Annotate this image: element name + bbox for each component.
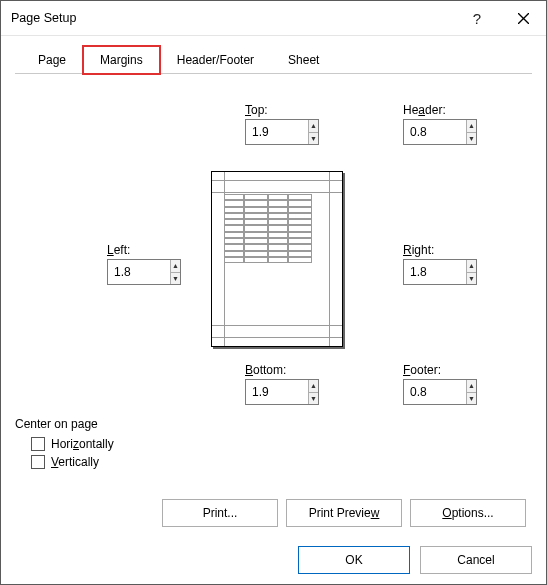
center-title: Center on page xyxy=(15,417,532,431)
tabstrip: Page Margins Header/Footer Sheet xyxy=(15,46,532,74)
guide-line xyxy=(212,192,342,193)
spinner-buttons: ▲ ▼ xyxy=(308,120,318,144)
tab-button-row: Print... Print Preview Options... xyxy=(162,499,526,527)
checkbox-icon xyxy=(31,455,45,469)
spin-down-icon[interactable]: ▼ xyxy=(467,272,476,285)
spin-down-icon[interactable]: ▼ xyxy=(467,132,476,145)
print-preview-button[interactable]: Print Preview xyxy=(286,499,402,527)
help-button[interactable]: ? xyxy=(454,1,500,35)
margin-footer-spinner[interactable]: ▲ ▼ xyxy=(403,379,477,405)
margin-top-input[interactable] xyxy=(246,120,308,144)
tab-header-footer[interactable]: Header/Footer xyxy=(160,46,271,74)
options-button-label: Options... xyxy=(442,506,493,520)
spinner-buttons: ▲ ▼ xyxy=(308,380,318,404)
close-button[interactable] xyxy=(500,1,546,35)
margin-left-spinner[interactable]: ▲ ▼ xyxy=(107,259,181,285)
titlebar: Page Setup ? xyxy=(1,1,546,36)
margin-footer-field: Footer: ▲ ▼ xyxy=(403,363,499,405)
spin-down-icon[interactable]: ▼ xyxy=(171,272,180,285)
margin-bottom-label: Bottom: xyxy=(245,363,341,377)
spinner-buttons: ▲ ▼ xyxy=(170,260,180,284)
checkbox-vertically-label: Vertically xyxy=(51,455,99,469)
margin-left-label: Left: xyxy=(107,243,203,257)
spin-up-icon[interactable]: ▲ xyxy=(171,260,180,272)
page-preview xyxy=(211,171,343,347)
window-title: Page Setup xyxy=(11,11,454,25)
margin-top-field: Top: ▲ ▼ xyxy=(245,103,341,145)
close-icon xyxy=(518,13,529,24)
spinner-buttons: ▲ ▼ xyxy=(466,120,476,144)
print-button[interactable]: Print... xyxy=(162,499,278,527)
help-icon: ? xyxy=(473,10,481,27)
dialog-footer: OK Cancel xyxy=(1,536,546,584)
margin-right-label: Right: xyxy=(403,243,499,257)
margin-header-label: Header: xyxy=(403,103,499,117)
checkbox-vertically[interactable]: Vertically xyxy=(31,455,532,469)
margin-bottom-spinner[interactable]: ▲ ▼ xyxy=(245,379,319,405)
margin-bottom-input[interactable] xyxy=(246,380,308,404)
margin-header-field: Header: ▲ ▼ xyxy=(403,103,499,145)
tab-sheet[interactable]: Sheet xyxy=(271,46,336,74)
spin-down-icon[interactable]: ▼ xyxy=(309,132,318,145)
spin-down-icon[interactable]: ▼ xyxy=(467,392,476,405)
checkbox-horizontally-label: Horizontally xyxy=(51,437,114,451)
tab-margins[interactable]: Margins xyxy=(83,46,160,74)
dialog-body: Page Margins Header/Footer Sheet Top: ▲ … xyxy=(1,36,546,536)
margin-left-field: Left: ▲ ▼ xyxy=(107,243,203,285)
print-button-label: Print... xyxy=(203,506,238,520)
center-on-page-group: Center on page Horizontally Vertically xyxy=(15,417,532,473)
mini-table-icon xyxy=(224,194,300,263)
margin-header-spinner[interactable]: ▲ ▼ xyxy=(403,119,477,145)
margin-bottom-field: Bottom: ▲ ▼ xyxy=(245,363,341,405)
ok-button[interactable]: OK xyxy=(298,546,410,574)
spin-up-icon[interactable]: ▲ xyxy=(309,380,318,392)
page-preview-sheet xyxy=(211,171,343,347)
checkbox-horizontally[interactable]: Horizontally xyxy=(31,437,532,451)
spin-up-icon[interactable]: ▲ xyxy=(309,120,318,132)
margin-right-input[interactable] xyxy=(404,260,466,284)
guide-line xyxy=(212,180,342,181)
margin-footer-input[interactable] xyxy=(404,380,466,404)
margin-top-spinner[interactable]: ▲ ▼ xyxy=(245,119,319,145)
tab-content-margins: Top: ▲ ▼ Header: ▲ ▼ xyxy=(15,75,532,505)
spin-up-icon[interactable]: ▲ xyxy=(467,260,476,272)
tab-page[interactable]: Page xyxy=(21,46,83,74)
spinner-buttons: ▲ ▼ xyxy=(466,380,476,404)
margin-left-input[interactable] xyxy=(108,260,170,284)
spin-up-icon[interactable]: ▲ xyxy=(467,380,476,392)
margin-top-label: Top: xyxy=(245,103,341,117)
page-setup-dialog: Page Setup ? Page Margins Header/Footer … xyxy=(0,0,547,585)
guide-line xyxy=(212,325,342,326)
print-preview-button-label: Print Preview xyxy=(309,506,380,520)
margin-right-field: Right: ▲ ▼ xyxy=(403,243,499,285)
spin-down-icon[interactable]: ▼ xyxy=(309,392,318,405)
margin-header-input[interactable] xyxy=(404,120,466,144)
titlebar-buttons: ? xyxy=(454,1,546,35)
guide-line xyxy=(329,172,330,346)
options-button[interactable]: Options... xyxy=(410,499,526,527)
spin-up-icon[interactable]: ▲ xyxy=(467,120,476,132)
cancel-button[interactable]: Cancel xyxy=(420,546,532,574)
checkbox-icon xyxy=(31,437,45,451)
guide-line xyxy=(212,337,342,338)
margin-footer-label: Footer: xyxy=(403,363,499,377)
margin-right-spinner[interactable]: ▲ ▼ xyxy=(403,259,477,285)
spinner-buttons: ▲ ▼ xyxy=(466,260,476,284)
